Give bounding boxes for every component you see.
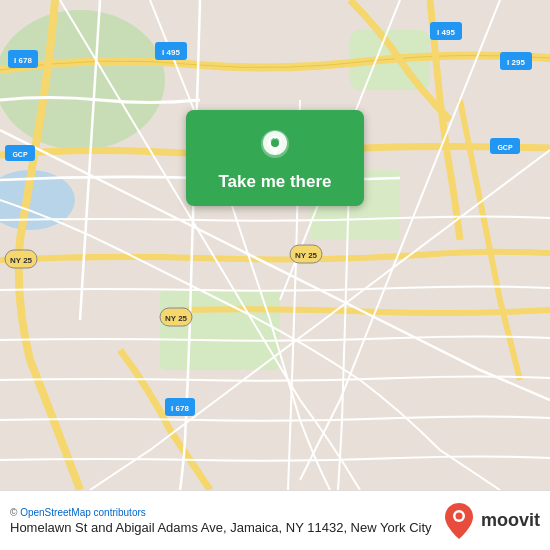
- bottom-bar: © OpenStreetMap contributors Homelawn St…: [0, 490, 550, 550]
- svg-text:I 295: I 295: [507, 58, 525, 67]
- button-overlay: Take me there: [186, 110, 364, 206]
- bottom-info: © OpenStreetMap contributors Homelawn St…: [10, 507, 432, 535]
- button-label: Take me there: [218, 172, 331, 192]
- svg-text:NY 25: NY 25: [165, 314, 188, 323]
- map-area: I 678 I 495 I 495 I 295 GCP GCP NY 25 NY…: [0, 0, 550, 490]
- address-label: Homelawn St and Abigail Adams Ave, Jamai…: [10, 520, 432, 535]
- svg-rect-4: [160, 290, 280, 370]
- svg-point-30: [271, 139, 279, 147]
- svg-text:NY 25: NY 25: [10, 256, 33, 265]
- svg-text:I 495: I 495: [162, 48, 180, 57]
- svg-text:I 678: I 678: [14, 56, 32, 65]
- svg-text:GCP: GCP: [12, 151, 28, 158]
- svg-text:I 678: I 678: [171, 404, 189, 413]
- attribution-text: © OpenStreetMap contributors: [10, 507, 432, 518]
- svg-point-1: [0, 10, 165, 150]
- openstreetmap-link[interactable]: OpenStreetMap contributors: [20, 507, 146, 518]
- svg-text:GCP: GCP: [497, 144, 513, 151]
- take-me-there-button[interactable]: Take me there: [186, 110, 364, 206]
- moovit-wordmark: moovit: [481, 510, 540, 531]
- moovit-pin-icon: [443, 501, 475, 541]
- svg-point-33: [455, 512, 462, 519]
- svg-text:NY 25: NY 25: [295, 251, 318, 260]
- svg-text:I 495: I 495: [437, 28, 455, 37]
- moovit-logo: moovit: [443, 501, 540, 541]
- location-pin-icon: [259, 128, 291, 166]
